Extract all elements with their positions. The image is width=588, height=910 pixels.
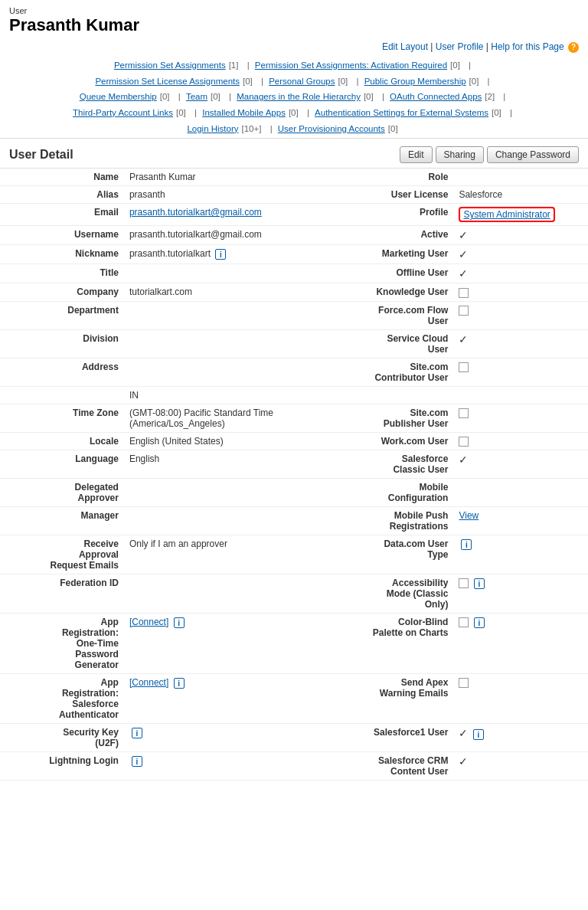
send-apex-label: Send ApexWarning Emails xyxy=(312,673,454,723)
nickname-label: Nickname xyxy=(0,245,125,264)
forcecom-checkbox xyxy=(459,306,469,316)
mobile-push-value: View xyxy=(454,506,588,535)
sharing-button[interactable]: Sharing xyxy=(436,146,484,163)
table-row: Department Force.com FlowUser xyxy=(0,301,588,329)
timezone-label: Time Zone xyxy=(0,404,125,432)
user-profile-link[interactable]: User Profile xyxy=(436,41,484,52)
top-links: Edit Layout | User Profile | Help for th… xyxy=(0,38,588,56)
nickname-value: prasanth.tutorialkart i xyxy=(125,245,312,264)
nav-team[interactable]: Team xyxy=(186,92,207,101)
nav-user-provisioning[interactable]: User Provisioning Accounts xyxy=(278,124,385,133)
app-otp-info-icon[interactable]: i xyxy=(174,617,185,628)
sitecom-contributor-checkbox xyxy=(459,362,469,372)
accessibility-checkbox xyxy=(459,578,469,588)
timezone-value: (GMT-08:00) Pacific Standard Time (Ameri… xyxy=(125,404,312,432)
security-key-label: Security Key(U2F) xyxy=(0,723,125,751)
table-row: Name Prasanth Kumar Role xyxy=(0,169,588,186)
manager-label: Manager xyxy=(0,506,125,535)
nav-login-history[interactable]: Login History xyxy=(187,124,238,133)
object-type: User xyxy=(9,6,579,15)
security-key-value: i xyxy=(125,723,312,751)
user-license-label: User License xyxy=(312,186,454,204)
app-otp-value: [Connect] i xyxy=(125,613,312,673)
profile-link[interactable]: System Administrator xyxy=(463,209,550,220)
company-value: tutorialkart.com xyxy=(125,283,312,301)
table-row: DelegatedApprover MobileConfiguration xyxy=(0,478,588,506)
language-value: English xyxy=(125,450,312,478)
sitecom-publisher-label: Site.comPublisher User xyxy=(312,404,454,432)
app-otp-link[interactable]: [Connect] xyxy=(129,617,168,627)
sf-crm-value: ✓ xyxy=(454,751,588,780)
nav-queue[interactable]: Queue Membership xyxy=(80,92,157,101)
service-cloud-label: Service CloudUser xyxy=(312,329,454,358)
division-value xyxy=(125,329,312,358)
locale-label: Locale xyxy=(0,432,125,450)
title-label: Title xyxy=(0,264,125,283)
table-row: IN xyxy=(0,386,588,404)
record-name: Prasanth Kumar xyxy=(9,15,579,35)
nav-personal-groups[interactable]: Personal Groups xyxy=(269,77,335,86)
nav-permission-activation[interactable]: Permission Set Assignments: Activation R… xyxy=(255,61,447,70)
security-key-info-icon[interactable]: i xyxy=(132,728,142,738)
sf1-info-icon[interactable]: i xyxy=(473,729,484,740)
nav-public-group[interactable]: Public Group Membership xyxy=(364,77,466,86)
mobile-push-link[interactable]: View xyxy=(459,510,479,521)
nav-installed-mobile[interactable]: Installed Mobile Apps xyxy=(202,108,286,117)
sf1-user-label: Salesforce1 User xyxy=(312,723,454,751)
active-value: ✓ xyxy=(454,226,588,245)
app-sf-info-icon[interactable]: i xyxy=(174,678,185,689)
edit-layout-link[interactable]: Edit Layout xyxy=(382,41,428,52)
colorblind-info-icon[interactable]: i xyxy=(474,617,485,628)
receive-approval-value: Only if I am an approver xyxy=(125,535,312,574)
nav-psl[interactable]: Permission Set License Assignments xyxy=(95,77,240,86)
table-row: Security Key(U2F) i Salesforce1 User ✓ i xyxy=(0,723,588,751)
forcecom-label: Force.com FlowUser xyxy=(312,301,454,329)
name-value: Prasanth Kumar xyxy=(125,169,312,186)
accessibility-label: AccessibilityMode (ClassicOnly) xyxy=(312,574,454,613)
app-sf-value: [Connect] i xyxy=(125,673,312,723)
table-row: Username prasanth.tutorialkart@gmail.com… xyxy=(0,226,588,245)
profile-value: System Administrator xyxy=(454,204,588,226)
lightning-login-value: i xyxy=(125,751,312,780)
mobile-config-label: MobileConfiguration xyxy=(312,478,454,506)
nav-auth-settings[interactable]: Authentication Settings for External Sys… xyxy=(315,108,488,117)
sf-classic-label: SalesforceClassic User xyxy=(312,450,454,478)
role-label: Role xyxy=(312,169,454,186)
nav-permission-set[interactable]: Permission Set Assignments xyxy=(114,61,226,70)
department-label: Department xyxy=(0,301,125,329)
active-label: Active xyxy=(312,226,454,245)
offline-user-label: Offline User xyxy=(312,264,454,283)
company-label: Company xyxy=(0,283,125,301)
nav-oauth[interactable]: OAuth Connected Apps xyxy=(390,92,482,101)
app-sf-label: AppRegistration:SalesforceAuthenticator xyxy=(0,673,125,723)
mobile-config-value xyxy=(454,478,588,506)
help-icon[interactable]: ? xyxy=(568,42,579,53)
datacom-value: i xyxy=(454,535,588,574)
sitecom-publisher-value xyxy=(454,404,588,432)
datacom-info-icon[interactable]: i xyxy=(461,539,472,550)
division-label: Division xyxy=(0,329,125,358)
lightning-login-info-icon[interactable]: i xyxy=(132,756,142,767)
address-value xyxy=(125,358,312,386)
table-row: Alias prasanth User License Salesforce xyxy=(0,186,588,204)
datacom-label: Data.com UserType xyxy=(312,535,454,574)
change-password-button[interactable]: Change Password xyxy=(487,146,579,163)
nav-third-party[interactable]: Third-Party Account Links xyxy=(73,108,173,117)
profile-label: Profile xyxy=(312,204,454,226)
delegated-value xyxy=(125,478,312,506)
send-apex-checkbox xyxy=(459,678,469,688)
nickname-info-icon[interactable]: i xyxy=(215,249,226,260)
table-row: Title Offline User ✓ xyxy=(0,264,588,283)
help-link[interactable]: Help for this Page xyxy=(491,41,564,52)
table-row: Language English SalesforceClassic User … xyxy=(0,450,588,478)
app-otp-label: AppRegistration:One-TimePasswordGenerato… xyxy=(0,613,125,673)
app-sf-link[interactable]: [Connect] xyxy=(129,677,168,688)
accessibility-info-icon[interactable]: i xyxy=(474,578,485,589)
role-value xyxy=(454,169,588,186)
email-link[interactable]: prasanth.tutorialkart@gmail.com xyxy=(129,207,262,218)
nav-links: Permission Set Assignments[1] | Permissi… xyxy=(0,56,588,139)
forcecom-value xyxy=(454,301,588,329)
locale-value: English (United States) xyxy=(125,432,312,450)
nav-managers[interactable]: Managers in the Role Hierarchy xyxy=(237,92,361,101)
edit-button[interactable]: Edit xyxy=(400,146,433,163)
